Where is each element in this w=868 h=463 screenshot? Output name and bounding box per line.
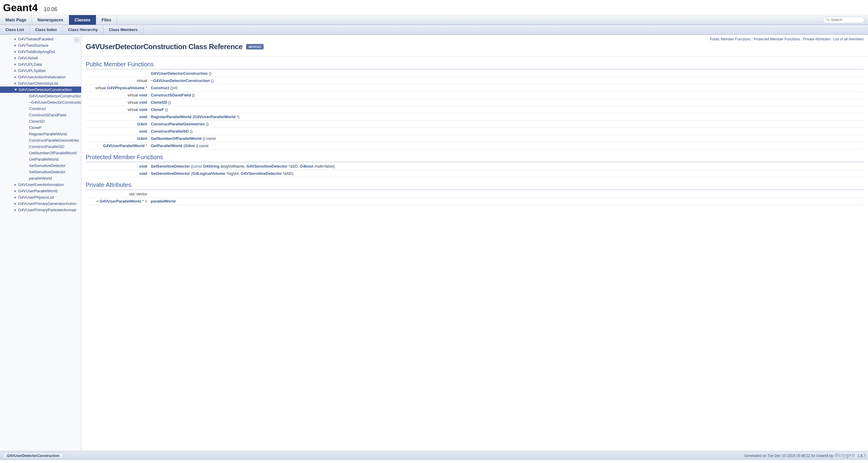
subtab-class-hierarchy[interactable]: Class Hierarchy bbox=[63, 25, 103, 34]
nav-item-label: GetNumberOfParallelWorld bbox=[29, 151, 76, 155]
nav-item[interactable]: G4VTwistedFaceted bbox=[0, 36, 81, 42]
member-link[interactable]: parallelWorld bbox=[151, 199, 176, 203]
type-link[interactable]: G4int bbox=[137, 122, 147, 126]
nav-item[interactable]: G4VUserDetectorConstruction bbox=[0, 93, 81, 99]
tab-classes[interactable]: Classes bbox=[69, 15, 96, 25]
member-right: SetSensitiveDetector (G4LogicalVolume *l… bbox=[149, 170, 864, 177]
nav-item[interactable]: G4VUserEventInformation bbox=[0, 181, 81, 188]
member-link[interactable]: ~G4VUserDetectorConstruction bbox=[151, 78, 210, 83]
member-link[interactable]: ConstructParallelSD bbox=[151, 129, 189, 134]
nav-item[interactable]: G4VUserPrimaryParticleInformati bbox=[0, 207, 81, 213]
nav-item[interactable]: G4VUserDetectorConstruction bbox=[0, 87, 81, 93]
search-input[interactable] bbox=[831, 18, 861, 22]
nav-item[interactable]: ~G4VUserDetectorConstruction bbox=[0, 99, 81, 105]
member-link[interactable]: G4VSensitiveDetector bbox=[246, 164, 287, 168]
nav-item[interactable]: G4VUserChemistryList bbox=[0, 80, 81, 87]
member-link[interactable]: ConstructSDandField bbox=[151, 93, 191, 97]
member-link[interactable]: G4VSensitiveDetector bbox=[241, 171, 282, 176]
expand-arrow-icon[interactable] bbox=[14, 57, 16, 59]
summary-link[interactable]: Public Member Functions bbox=[710, 37, 751, 41]
member-link[interactable]: CloneSD bbox=[151, 100, 167, 105]
summary-link[interactable]: Protected Member Functions bbox=[754, 37, 800, 41]
member-link[interactable]: G4VUserDetectorConstruction bbox=[151, 71, 208, 76]
summary-link[interactable]: List of all members bbox=[833, 37, 864, 41]
type-link[interactable]: void bbox=[139, 164, 147, 168]
subtab-class-list[interactable]: Class List bbox=[0, 25, 30, 34]
title-area: Geant4 10.06 bbox=[0, 0, 868, 15]
type-link[interactable]: void bbox=[139, 171, 147, 176]
nav-item[interactable]: ConstructParallelSD bbox=[0, 143, 81, 150]
expand-arrow-icon[interactable] bbox=[14, 82, 16, 85]
tab-main-page[interactable]: Main Page bbox=[0, 15, 32, 25]
split-handle-icon[interactable] bbox=[73, 36, 81, 44]
member-link[interactable]: G4String bbox=[203, 164, 220, 168]
expand-arrow-icon[interactable] bbox=[14, 203, 16, 205]
member-link[interactable]: SetSensitiveDetector bbox=[151, 164, 190, 168]
nav-item[interactable]: parallelWorld bbox=[0, 175, 81, 181]
expand-arrow-icon[interactable] bbox=[14, 51, 16, 53]
member-link[interactable]: G4VUserParallelWorld bbox=[194, 114, 236, 119]
member-link[interactable]: RegisterParallelWorld bbox=[151, 114, 191, 119]
nav-item[interactable]: RegisterParallelWorld bbox=[0, 131, 81, 137]
member-link[interactable]: GetNumberOfParallelWorld bbox=[151, 136, 202, 141]
type-link[interactable]: G4int bbox=[137, 136, 147, 141]
search-box[interactable] bbox=[823, 16, 864, 23]
nav-item-label: G4VUserDetectorConstruction bbox=[19, 88, 72, 92]
nav-item[interactable]: G4VUPLData bbox=[0, 61, 81, 68]
expand-arrow-icon[interactable] bbox=[14, 76, 16, 78]
expand-arrow-icon[interactable] bbox=[14, 196, 16, 199]
member-link[interactable]: CloneF bbox=[151, 107, 164, 112]
expand-arrow-icon[interactable] bbox=[14, 184, 16, 186]
member-link[interactable]: ConstructParallelGeometries bbox=[151, 122, 205, 126]
member-link[interactable]: G4bool bbox=[300, 164, 313, 168]
nav-item[interactable]: G4VTwistSurface bbox=[0, 42, 81, 48]
member-right: parallelWorld bbox=[149, 198, 864, 205]
expand-arrow-icon[interactable] bbox=[14, 89, 17, 91]
nav-item[interactable]: SetSensitiveDetector bbox=[0, 169, 81, 175]
expand-arrow-icon[interactable] bbox=[14, 63, 16, 66]
nav-item[interactable]: G4VUserParallelWorld bbox=[0, 188, 81, 194]
expand-arrow-icon[interactable] bbox=[14, 70, 16, 72]
type-link[interactable]: void bbox=[139, 129, 147, 134]
expand-arrow-icon[interactable] bbox=[14, 44, 16, 47]
member-link[interactable]: SetSensitiveDetector bbox=[151, 171, 190, 176]
type-link[interactable]: void bbox=[139, 107, 147, 112]
nav-item[interactable]: ConstructSDandField bbox=[0, 112, 81, 118]
nav-item[interactable]: G4VUserPhysicsList bbox=[0, 194, 81, 200]
nav-item[interactable]: G4VUIshell bbox=[0, 55, 81, 61]
tab-namespaces[interactable]: Namespaces bbox=[32, 15, 69, 25]
expand-arrow-icon[interactable] bbox=[14, 38, 16, 40]
member-link[interactable]: G4LogicalVolume bbox=[192, 171, 225, 176]
expand-arrow-icon[interactable] bbox=[14, 209, 16, 211]
nav-item[interactable]: CloneSD bbox=[0, 118, 81, 125]
subtab-class-index[interactable]: Class Index bbox=[30, 25, 62, 34]
type-link[interactable]: void bbox=[139, 100, 147, 105]
type-link[interactable]: void bbox=[139, 114, 147, 119]
member-link[interactable]: GetParallelWorld bbox=[151, 143, 183, 148]
spacer bbox=[25, 127, 27, 129]
nav-item[interactable]: GetParallelWorld bbox=[0, 156, 81, 163]
nav-item[interactable]: G4VUPLSplitter bbox=[0, 68, 81, 74]
type-link[interactable]: G4VUserParallelWorld bbox=[103, 143, 145, 148]
nav-item[interactable]: ConstructParallelGeometries bbox=[0, 137, 81, 143]
member-left: G4int bbox=[86, 135, 149, 142]
nav-item[interactable]: Construct bbox=[0, 105, 81, 112]
nav-item[interactable]: G4VUserPrimaryGeneratorAction bbox=[0, 200, 81, 207]
nav-item[interactable]: G4VTwoBodyAngDst bbox=[0, 48, 81, 55]
breadcrumb[interactable]: G4VUserDetectorConstruction bbox=[2, 453, 64, 459]
doxygen-logo[interactable]: doxygen bbox=[835, 453, 856, 459]
subtab-class-members[interactable]: Class Members bbox=[103, 25, 143, 34]
summary-link[interactable]: Private Attributes bbox=[803, 37, 831, 41]
type-link[interactable]: G4VPhysicalVolume bbox=[107, 86, 145, 90]
type-link[interactable]: G4VUserParallelWorld bbox=[99, 199, 141, 203]
side-nav[interactable]: G4VTwistedFacetedG4VTwistSurfaceG4VTwoBo… bbox=[0, 35, 82, 451]
type-link[interactable]: void bbox=[139, 93, 147, 97]
member-link[interactable]: G4int bbox=[185, 143, 194, 148]
nav-item[interactable]: GetNumberOfParallelWorld bbox=[0, 150, 81, 156]
nav-item[interactable]: SetSensitiveDetector bbox=[0, 163, 81, 169]
tab-files[interactable]: Files bbox=[96, 15, 117, 25]
expand-arrow-icon[interactable] bbox=[14, 190, 16, 192]
nav-item[interactable]: CloneF bbox=[0, 125, 81, 131]
member-link[interactable]: Construct bbox=[151, 86, 169, 90]
nav-item[interactable]: G4VUserActionInitialization bbox=[0, 74, 81, 80]
